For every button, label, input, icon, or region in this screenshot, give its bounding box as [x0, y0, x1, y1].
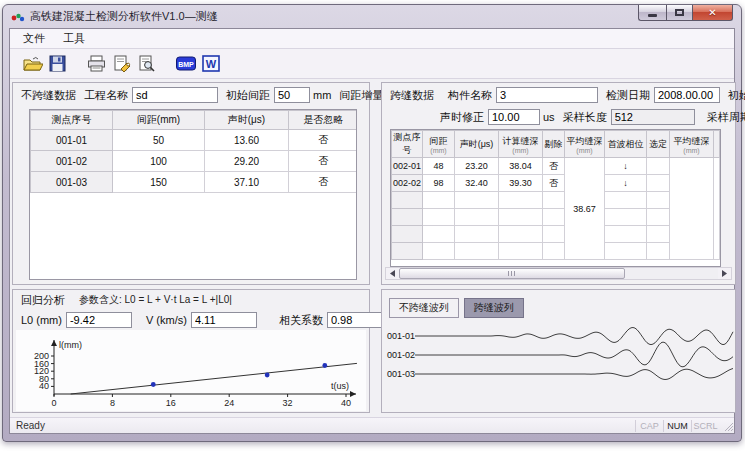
table-row[interactable]: 001-0315037.10否	[31, 172, 358, 193]
table-cell[interactable]	[499, 209, 543, 226]
table-cell[interactable]	[423, 192, 455, 209]
table-cell[interactable]	[392, 209, 423, 226]
maximize-button[interactable]	[666, 5, 693, 21]
first-wave-phase-cell[interactable]	[605, 226, 647, 243]
select-cell[interactable]	[647, 243, 670, 260]
table-cell[interactable]	[543, 209, 565, 226]
waveform-display: 001-01001-02001-03	[384, 323, 734, 412]
table-cell[interactable]: 001-01	[31, 130, 113, 151]
scroll-right-arrow[interactable]	[718, 268, 731, 279]
table-cell[interactable]: 38.04	[499, 158, 543, 175]
first-wave-phase-cell[interactable]	[605, 209, 647, 226]
save-button[interactable]	[45, 52, 70, 76]
first-wave-phase-cell[interactable]: ↓	[605, 175, 647, 192]
print-setup-button[interactable]	[109, 52, 134, 76]
test-date-input[interactable]	[654, 87, 720, 103]
scrollbar-thumb[interactable]	[399, 268, 625, 279]
column-header: 声时(μs)	[455, 131, 499, 158]
titlebar[interactable]: 高铁建混凝土检测分析软件V1.0—测缝 ✕	[3, 5, 741, 27]
tab-cross-wave[interactable]: 跨缝波列	[464, 298, 524, 318]
table-cell[interactable]	[455, 209, 499, 226]
minimize-button[interactable]	[638, 5, 666, 21]
table-cell[interactable]: 001-02	[31, 151, 113, 172]
close-button[interactable]: ✕	[693, 5, 733, 21]
svg-text:32: 32	[283, 398, 293, 408]
select-cell[interactable]	[647, 192, 670, 209]
table-cell[interactable]	[423, 209, 455, 226]
table-cell[interactable]	[543, 226, 565, 243]
tab-no-cross-wave[interactable]: 不跨缝波列	[389, 298, 459, 318]
table-cell[interactable]	[455, 226, 499, 243]
sample-len-input[interactable]	[611, 109, 695, 125]
table-cell[interactable]	[543, 192, 565, 209]
table-cell[interactable]: 98	[423, 175, 455, 192]
table-cell[interactable]	[423, 243, 455, 260]
table-cell[interactable]: 002-02	[392, 175, 423, 192]
table-cell[interactable]	[499, 226, 543, 243]
table-cell[interactable]: 29.20	[205, 151, 289, 172]
select-cell[interactable]	[647, 209, 670, 226]
table-cell[interactable]: 否	[543, 175, 565, 192]
table-cell[interactable]: 150	[113, 172, 205, 193]
first-wave-phase-cell[interactable]	[605, 243, 647, 260]
l0-input[interactable]	[66, 312, 132, 328]
avg-depth-cell-2[interactable]	[670, 158, 714, 260]
table-cell[interactable]: 50	[113, 130, 205, 151]
select-cell[interactable]	[647, 175, 670, 192]
table-cell[interactable]	[455, 192, 499, 209]
table-cell[interactable]: 23.20	[455, 158, 499, 175]
table-cell[interactable]	[392, 226, 423, 243]
print-button[interactable]	[84, 52, 109, 76]
scrollbar-track[interactable]	[625, 268, 718, 279]
table-cell[interactable]	[455, 243, 499, 260]
table-cell[interactable]	[392, 243, 423, 260]
print-preview-icon	[138, 55, 156, 72]
table-cell[interactable]	[392, 192, 423, 209]
status-bar: Ready CAP NUM SCRL	[10, 417, 734, 433]
table-row[interactable]: 001-015013.60否	[31, 130, 358, 151]
open-button[interactable]	[20, 52, 45, 76]
table-cell[interactable]: 否	[289, 151, 358, 172]
select-cell[interactable]	[647, 226, 670, 243]
horizontal-scrollbar[interactable]	[385, 267, 732, 280]
time-corr-input[interactable]	[488, 109, 540, 125]
resize-grip-icon[interactable]	[721, 419, 734, 432]
table-cell[interactable]	[543, 243, 565, 260]
export-word-button[interactable]: W	[198, 52, 223, 76]
table-cell[interactable]: 002-01	[392, 158, 423, 175]
table-cell[interactable]: 37.10	[205, 172, 289, 193]
table-cell[interactable]: 48	[423, 158, 455, 175]
menu-file[interactable]: 文件	[14, 29, 54, 48]
data-point	[265, 373, 270, 378]
table-cell[interactable]	[423, 226, 455, 243]
maximize-icon	[675, 9, 684, 16]
first-wave-phase-cell[interactable]	[605, 192, 647, 209]
export-bmp-button[interactable]: BMP	[173, 52, 198, 76]
init-spacing-input[interactable]	[274, 87, 310, 103]
print-preview-button[interactable]	[134, 52, 159, 76]
table-cell[interactable]	[499, 243, 543, 260]
table-cell[interactable]: 001-03	[31, 172, 113, 193]
table-row[interactable]: 001-0210029.20否	[31, 151, 358, 172]
avg-depth-cell[interactable]: 38.67	[565, 158, 605, 260]
column-header: 剔除	[543, 131, 565, 158]
table-cell[interactable]: 13.60	[205, 130, 289, 151]
scroll-left-arrow[interactable]	[386, 268, 399, 279]
table-cell[interactable]: 否	[289, 172, 358, 193]
trace-label: 001-01	[387, 331, 415, 341]
table-cell[interactable]: 32.40	[455, 175, 499, 192]
component-name-input[interactable]	[496, 87, 598, 103]
table-cell[interactable]: 否	[289, 130, 358, 151]
menu-tools[interactable]: 工具	[54, 29, 94, 48]
table-cell[interactable]	[499, 192, 543, 209]
table-cell[interactable]: 39.30	[499, 175, 543, 192]
velocity-input[interactable]	[191, 312, 257, 328]
select-cell[interactable]	[647, 158, 670, 175]
table-cell[interactable]: 100	[113, 151, 205, 172]
app-icon	[11, 10, 25, 22]
column-header: 首波相位	[605, 131, 647, 158]
project-name-input[interactable]	[132, 87, 218, 103]
table-row[interactable]: 002-014823.2038.04否38.67↓	[392, 158, 720, 175]
first-wave-phase-cell[interactable]: ↓	[605, 158, 647, 175]
table-cell[interactable]: 否	[543, 158, 565, 175]
